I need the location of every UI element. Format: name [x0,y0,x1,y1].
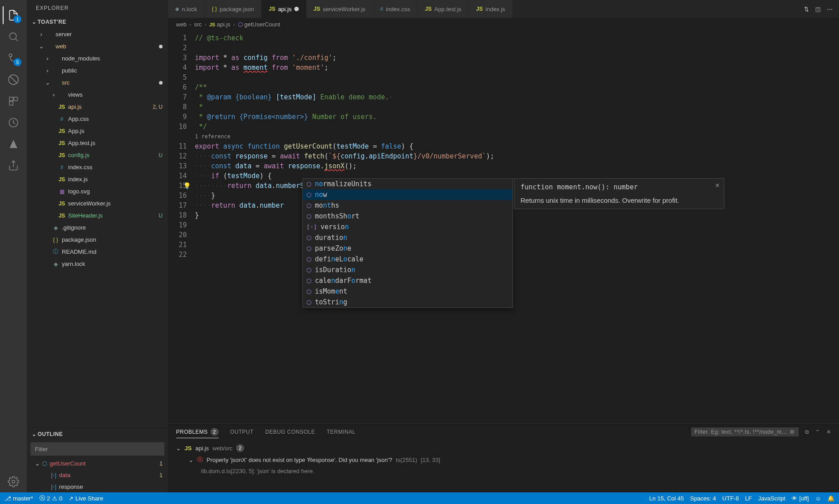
explorer-section-header[interactable]: ⌄ TOAST'RE [27,16,168,28]
lightbulb-icon[interactable]: 💡 [183,181,191,191]
breadcrumb[interactable]: web›src›JS api.js›⬡ getUserCount [168,18,839,30]
tab-serviceWorker-js[interactable]: JSserviceWorker.js [306,0,373,18]
svg-rect-7 [14,97,17,101]
tree-item-App-test-js[interactable]: JSApp.test.js [27,137,168,149]
status-bar: ⎇ master* ⓧ 2 ⚠ 0 ↗ Live Share Ln 15, Co… [0,492,839,504]
filter-settings-icon[interactable]: ⚙ [790,429,795,435]
tree-item-api-js[interactable]: JSapi.js2, U [27,101,168,113]
editor-tabs: ◆n.lock{ }package.jsonJSapi.jsJSserviceW… [168,0,839,18]
tree-item-views[interactable]: ›views [27,89,168,101]
tab-api-js[interactable]: JSapi.js [262,0,306,18]
scm-icon[interactable]: 5 [3,47,24,69]
tree-item-App-css[interactable]: #App.css [27,113,168,125]
tree-item-index-js[interactable]: JSindex.js [27,173,168,185]
panel-tab-terminal[interactable]: TERMINAL [327,429,356,435]
suggest-isDuration[interactable]: ⬡isDuration [303,265,512,275]
close-panel-icon[interactable]: ✕ [826,429,831,435]
tree-item-serviceWorker-js[interactable]: JSserviceWorker.js [27,197,168,209]
tree-item-index-css[interactable]: #index.css [27,161,168,173]
debug-icon[interactable] [3,69,24,90]
tree-item-config-js[interactable]: JSconfig.jsU [27,149,168,161]
compare-icon[interactable]: ⇅ [804,6,809,13]
more-icon[interactable]: ⋯ [827,6,833,13]
tree-item-src[interactable]: ⌄src [27,77,168,89]
suggest-duration[interactable]: ⬡duration [303,232,512,243]
status-cursor-pos[interactable]: Ln 15, Col 45 [649,495,684,502]
file-tree: ›server⌄web›node_modules›public⌄src›view… [27,28,168,427]
code-content[interactable]: // @ts-checkimport * as config from './c… [195,30,839,423]
status-feedback[interactable]: 👁 [off] [792,495,809,502]
problem-item[interactable]: ⌄ ⓧ Property 'jsonX' does not exist on t… [176,454,831,466]
outline-item-getUserCount[interactable]: ⌄⬡getUserCount1 [27,457,168,469]
svg-point-2 [9,54,12,57]
suggest-parseZone[interactable]: ⬡parseZone [303,243,512,254]
tree-item-README-md[interactable]: ⓘREADME.md [27,246,168,258]
tree-item-logo-svg[interactable]: ▦logo.svg [27,185,168,197]
outline-item-data[interactable]: [◦]data1 [27,469,168,481]
status-encoding[interactable]: UTF-8 [723,495,739,502]
problem-file-row[interactable]: ⌄ JS api.js web/src 2 [176,442,831,454]
suggest-months[interactable]: ⬡months [303,200,512,211]
suggest-defineLocale[interactable]: ⬡defineLocale [303,254,512,265]
close-icon[interactable]: × [715,181,719,189]
problems-filter[interactable]: Filter. Eg: text, **/*.ts, !**/node_m...… [691,427,799,436]
suggest-isMoment[interactable]: ⬡isMoment [303,286,512,297]
svg-rect-8 [9,102,13,105]
collapse-all-icon[interactable]: ⧉ [805,429,809,435]
tree-item-web[interactable]: ⌄web [27,40,168,52]
suggest-toString[interactable]: ⬡toString [303,297,512,308]
doc-description: Returns unix time in milliseconds. Overw… [521,196,718,204]
search-icon[interactable] [3,26,24,47]
problem-related[interactable]: lib.dom.d.ts[2230, 5]: 'json' is declare… [176,466,831,476]
settings-gear-icon[interactable] [3,471,24,492]
status-language[interactable]: JavaScript [758,495,786,502]
tab-n-lock[interactable]: ◆n.lock [168,0,205,18]
suggest-version[interactable]: [◦]version [303,222,512,232]
tab-index-css[interactable]: #index.css [373,0,418,18]
tab-index-js[interactable]: JSindex.js [469,0,513,18]
status-smiley-icon[interactable]: ☺ [815,495,821,502]
tree-item-yarn-lock[interactable]: ◆yarn.lock [27,258,168,270]
tree-item-App-js[interactable]: JSApp.js [27,125,168,137]
explorer-icon[interactable]: 1 [3,4,24,26]
suggest-normalizeUnits[interactable]: ⬡normalizeUnits [303,179,512,189]
tab-App-test-js[interactable]: JSApp.test.js [418,0,469,18]
suggest-widget[interactable]: ⬡normalizeUnits⬡now⬡months⬡monthsShort[◦… [302,178,513,308]
outline-filter[interactable]: Filter [30,442,164,456]
tree-item-server[interactable]: ›server [27,28,168,40]
tree-item-public[interactable]: ›public [27,64,168,77]
outline-item-response[interactable]: [◦]response [27,481,168,492]
panel-tab-debug[interactable]: DEBUG CONSOLE [265,429,315,435]
suggest-calendarFormat[interactable]: ⬡calendarFormat [303,275,512,286]
svg-point-0 [9,33,16,39]
remote-icon[interactable] [3,112,24,133]
tab-package-json[interactable]: { }package.json [205,0,262,18]
status-errors[interactable]: ⓧ 2 ⚠ 0 [39,494,62,502]
tree-item-node_modules[interactable]: ›node_modules [27,52,168,64]
outline-section-header[interactable]: ⌄ OUTLINE [27,428,168,440]
gutter: 12345678910 111213141516171819202122 [168,30,195,423]
status-bell-icon[interactable]: 🔔 [827,495,835,502]
problems-list: ⌄ JS api.js web/src 2 ⌄ ⓧ Property 'json… [168,440,839,492]
status-live-share[interactable]: ↗ Live Share [69,495,103,502]
suggest-monthsShort[interactable]: ⬡monthsShort [303,211,512,222]
tree-item--gitignore[interactable]: ◆.gitignore [27,222,168,234]
live-share-icon[interactable] [3,155,24,176]
svg-point-11 [12,480,15,483]
tree-item-SiteHeader-js[interactable]: JSSiteHeader.jsU [27,209,168,222]
status-eol[interactable]: LF [745,495,752,502]
svg-line-1 [15,38,17,41]
chevron-up-icon[interactable]: ⌃ [815,429,820,435]
extensions-icon[interactable] [3,90,24,112]
status-indent[interactable]: Spaces: 4 [690,495,716,502]
tree-item-package-json[interactable]: { }package.json [27,234,168,246]
split-editor-icon[interactable]: ◫ [815,6,821,13]
suggest-doc: × function moment.now(): number Returns … [514,178,724,209]
status-branch[interactable]: ⎇ master* [4,495,33,502]
panel-tab-output[interactable]: OUTPUT [230,429,254,435]
outline-tree: ⌄⬡getUserCount1[◦]data1[◦]response [27,457,168,492]
panel-tab-problems[interactable]: PROBLEMS 2 [176,428,219,438]
editor-body[interactable]: 12345678910 111213141516171819202122 // … [168,30,839,423]
suggest-now[interactable]: ⬡now [303,189,512,200]
azure-icon[interactable] [3,133,24,155]
